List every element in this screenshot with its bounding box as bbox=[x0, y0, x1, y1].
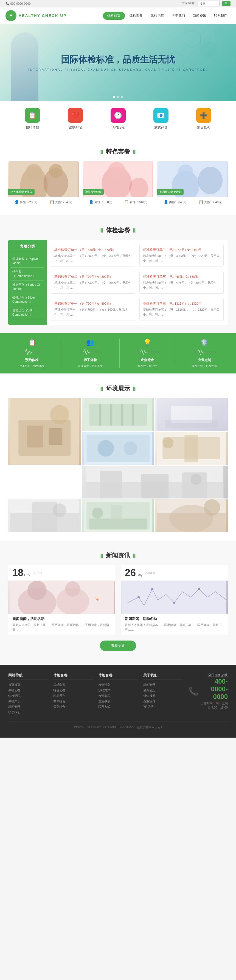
svg-point-11 bbox=[49, 164, 62, 178]
sidebar-item-tumor[interactable]: 肿瘤系列（Series Of Tumor） bbox=[11, 280, 44, 293]
footer-link-2-1[interactable]: 预约方式 bbox=[98, 688, 138, 692]
hero-dot-1[interactable] bbox=[113, 96, 115, 98]
footer-link-0-1[interactable]: 体检套餐 bbox=[8, 688, 48, 692]
nav-item-contact[interactable]: 联系我们 bbox=[211, 12, 231, 20]
more-button[interactable]: 查看更多 bbox=[100, 641, 136, 651]
hero-dot-2[interactable] bbox=[117, 96, 119, 98]
sidebar-item-vip[interactable]: 贵宾组合（VIP Combination） bbox=[11, 306, 44, 319]
hp-main: 标准检查订单一 （男: 1580元 / 女: 1870元） 标准检查订单一：（男… bbox=[47, 240, 228, 325]
footer-link-3-4[interactable]: YR活动 bbox=[143, 705, 183, 709]
footer-link-3-3[interactable]: 企业宣传 bbox=[143, 699, 183, 703]
svg-rect-22 bbox=[27, 426, 43, 447]
hp-card-5[interactable]: 基础检查订单三 （男: 1316元 / 女: 1320元） 基础检查订单三：（男… bbox=[139, 298, 224, 321]
footer-link-1-2[interactable]: 肿瘤系列 bbox=[53, 694, 93, 698]
footer-phone-label: 全国服务热线 bbox=[200, 673, 228, 678]
svg-point-70 bbox=[151, 588, 153, 590]
top-bar-login[interactable]: 登录/注册 bbox=[182, 1, 195, 6]
top-bar: 📞 400-0000-0000 登录/注册 🔍 bbox=[0, 0, 236, 7]
nav-item-hospital[interactable]: 体检记院 bbox=[147, 12, 167, 20]
footer-link-2-2[interactable]: 检查流程 bbox=[98, 694, 138, 698]
logo: ♥ HEALTHY CHECK-UP bbox=[5, 10, 67, 21]
footer-link-2-4[interactable]: 联系方式 bbox=[98, 705, 138, 709]
footer-link-1-0[interactable]: 常规套餐 bbox=[53, 683, 93, 687]
hero-title: 国际体检标准，品质生活无忧 bbox=[28, 54, 207, 66]
news-section: 新闻资讯 18 Day 2018-8 💊 bbox=[0, 541, 236, 665]
svg-point-37 bbox=[97, 440, 114, 457]
hp-card-title-2: 基础检查订单二 （男: 790元 / 女: 890元） bbox=[54, 274, 132, 279]
news-header-1: 26 Day 2018-8 bbox=[121, 565, 228, 581]
footer-link-0-5[interactable]: 联系我们 bbox=[8, 710, 48, 714]
qa-item-appointment[interactable]: 📋 预约体检 bbox=[25, 108, 40, 130]
svg-point-14 bbox=[108, 162, 125, 180]
svg-point-9 bbox=[26, 164, 42, 180]
footer-link-0-3[interactable]: 体检知识 bbox=[8, 699, 48, 703]
footer-grid: 网站导航 首页首页 体检套餐 体检记院 体检知识 新闻资讯 联系我们 体检套餐 … bbox=[8, 673, 228, 716]
svg-rect-21 bbox=[18, 420, 70, 456]
news-year-0: 2018-8 bbox=[33, 571, 42, 574]
nav-item-packages[interactable]: 体检套餐 bbox=[126, 12, 146, 20]
svg-point-18 bbox=[178, 164, 193, 180]
svg-marker-0 bbox=[184, 30, 200, 48]
special-heading: 特色套餐 bbox=[100, 148, 137, 156]
package-img-1: 孕前检查套餐 bbox=[83, 161, 153, 197]
hp-card-2[interactable]: 基础检查订单二 （男: 790元 / 女: 890元） 基础检查订单二：（男）7… bbox=[51, 271, 135, 294]
svg-point-19 bbox=[198, 167, 223, 194]
feat-item-corporate: 👥 职工体检 企业体检，员工不少 bbox=[78, 339, 103, 368]
footer-link-0-4[interactable]: 新闻资讯 bbox=[8, 705, 48, 709]
env-cell-1 bbox=[82, 398, 155, 431]
footer-link-1-1[interactable]: 特色套餐 bbox=[53, 688, 93, 692]
sidebar-item-silver[interactable]: 银领组合（Silver Combination） bbox=[11, 293, 44, 306]
feat-desc-custom: 量身定制，打造专属 bbox=[192, 364, 217, 368]
sidebar-item-regular[interactable]: 常规套餐（Regular Meals） bbox=[11, 255, 44, 267]
svg-point-61 bbox=[204, 500, 220, 516]
hp-sidebar: 套餐分类 常规套餐（Regular Meals） 特色餐（Combination… bbox=[8, 240, 47, 325]
environment-section: 环境展示 bbox=[0, 374, 236, 541]
footer-link-0-0[interactable]: 首页首页 bbox=[8, 683, 48, 687]
package-item-2[interactable]: 肿瘤检查套餐计划 👤男性: 5643元 📋女性: 3946元 bbox=[157, 161, 228, 207]
footer-link-2-0[interactable]: 检查计划 bbox=[98, 683, 138, 687]
qa-label-health-news: 健康新报 bbox=[69, 125, 82, 130]
hp-card-3[interactable]: 标准检查订单三 （男: 446元 / 女: 530元） 标准检查订单三：（男）4… bbox=[139, 271, 224, 294]
footer-link-1-4[interactable]: 贵宾组合 bbox=[53, 705, 93, 709]
footer-link-0-2[interactable]: 体检记院 bbox=[8, 694, 48, 698]
qa-item-health-news[interactable]: ❤️ 健康新报 bbox=[68, 108, 83, 130]
qa-label-report: 报告查询 bbox=[197, 125, 210, 130]
search-button[interactable]: 🔍 bbox=[222, 1, 231, 6]
footer-link-3-1[interactable]: 最新动态 bbox=[143, 688, 183, 692]
hero-dot-3[interactable] bbox=[121, 96, 123, 98]
special-section-title: 特色套餐 bbox=[8, 139, 228, 161]
footer-link-1-3[interactable]: 银领组合 bbox=[53, 699, 93, 703]
env-cell-5 bbox=[82, 466, 228, 498]
qa-item-report[interactable]: ➕ 报告查询 bbox=[196, 108, 211, 130]
news-item-1[interactable]: 26 Day 2018-8 新闻新闻，活动名动 最新人才资讯：最新招募……医用健… bbox=[121, 565, 228, 635]
hp-sidebar-title: 套餐分类 bbox=[11, 244, 44, 252]
nav-item-about[interactable]: 关于我们 bbox=[169, 12, 188, 20]
package-item-1[interactable]: 孕前检查套餐 👤男性: 1950元 📋女性: 1640元 bbox=[83, 161, 153, 207]
nav-item-news[interactable]: 新闻资讯 bbox=[190, 12, 209, 20]
footer-link-3-0[interactable]: 新闻资讯 bbox=[143, 683, 183, 687]
env-img-1 bbox=[82, 398, 155, 431]
news-img-1 bbox=[121, 581, 228, 614]
hp-card-1[interactable]: 标准检查订单二 （男: 2146元 / 女: 2480元） 标准检查订单二：（男… bbox=[139, 244, 224, 267]
news-item-0[interactable]: 18 Day 2018-8 💊 新闻新闻，活动名动 最新人才资讯：最新招募……医… bbox=[8, 565, 115, 635]
hp-card-title-4: 基础检查订单一 （男: 790元 / 女: 890元） bbox=[54, 301, 132, 306]
package-item-0[interactable]: 个人体检套餐服务 👤男性: 2230元 📋女性: 2545元 bbox=[8, 161, 79, 207]
hp-card-0[interactable]: 标准检查订单一 （男: 1580元 / 女: 1870元） 标准检查订单一：（男… bbox=[51, 244, 135, 267]
env-cell-8 bbox=[155, 500, 228, 532]
news-section-title: 新闻资讯 bbox=[8, 543, 228, 565]
hp-card-4[interactable]: 基础检查订单一 （男: 790元 / 女: 890元） 基础检查订单一：（男）7… bbox=[51, 298, 135, 321]
svg-marker-3 bbox=[214, 27, 225, 40]
nav-item-home[interactable]: 体检首页 bbox=[103, 12, 125, 20]
feat-divider-3 bbox=[175, 339, 175, 368]
qa-item-review[interactable]: 📧 满意评价 bbox=[153, 108, 169, 130]
footer-link-2-3[interactable]: 注意事项 bbox=[98, 699, 138, 703]
footer-link-3-2[interactable]: 媒体报道 bbox=[143, 694, 183, 698]
svg-rect-51 bbox=[32, 502, 57, 532]
qa-item-history[interactable]: 🕐 预约历程 bbox=[111, 108, 126, 130]
sidebar-item-special[interactable]: 特色餐（Combination） bbox=[11, 267, 44, 280]
svg-point-52 bbox=[53, 503, 66, 517]
env-cell-4 bbox=[155, 432, 228, 465]
news-date-1: 26 Day bbox=[125, 568, 142, 578]
news-text-0: 最新人才资讯：最新招募……医用健康、最新招募……医用健康，最新招募…… bbox=[12, 623, 111, 632]
search-input[interactable] bbox=[198, 1, 220, 6]
